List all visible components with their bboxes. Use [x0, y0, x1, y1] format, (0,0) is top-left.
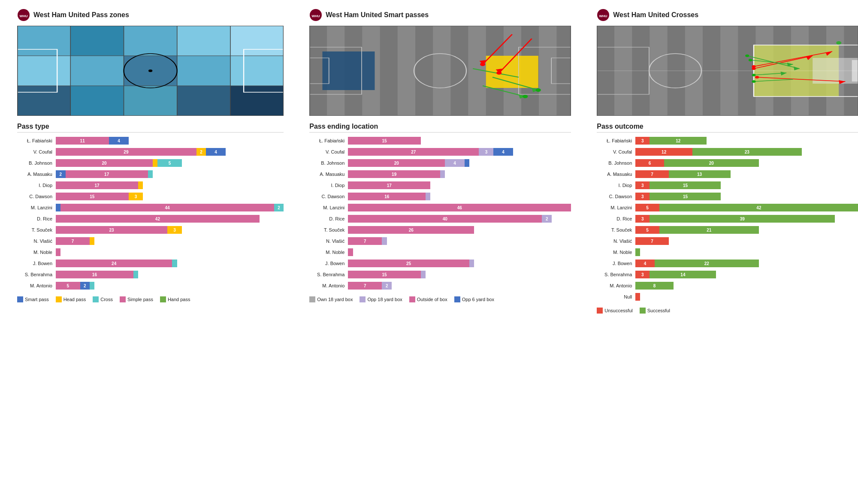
bars-container: 542	[635, 204, 858, 211]
bars-container: 217	[56, 170, 284, 178]
legend-pass-outcome: Unsuccessful Successful	[597, 308, 858, 314]
legend-successful: Successful	[640, 308, 670, 314]
chart-row: M. Lanzini442	[17, 203, 284, 212]
bars-container	[635, 293, 858, 301]
bars-container: 15	[348, 271, 571, 278]
row-label: C. Dawson	[309, 194, 348, 199]
row-label: M. Lanzini	[597, 205, 635, 210]
bar-segment	[421, 271, 426, 278]
bar-segment: 12	[650, 137, 707, 145]
section-title-pass-outcome: Pass outcome	[597, 123, 858, 133]
row-label: Ł. Fabiański	[597, 138, 635, 143]
legend-color-head	[56, 296, 62, 302]
bar-segment: 3	[635, 181, 650, 189]
chart-row: M. Lanzini542	[597, 203, 858, 212]
bar-segment: 24	[56, 260, 172, 267]
chart-row: S. Benrahma16	[17, 270, 284, 279]
legend-simple-pass: Simple pass	[120, 296, 153, 302]
row-label: M. Lanzini	[17, 205, 56, 210]
bar-segment: 46	[348, 204, 571, 211]
row-label: M. Lanzini	[309, 205, 348, 210]
bar-segment	[56, 248, 60, 256]
bars-container: 19	[348, 170, 571, 178]
svg-rect-14	[124, 86, 177, 116]
bar-segment: 6	[635, 159, 664, 167]
bars-container: 17	[348, 181, 571, 189]
svg-rect-12	[17, 86, 70, 116]
bar-segment: 5	[635, 204, 659, 211]
panel-1-title: West Ham United Pass zones	[33, 11, 129, 19]
bar-segment: 3	[635, 215, 650, 223]
legend-color-unsuccessful	[597, 308, 603, 314]
bar-segment: 7	[348, 282, 382, 290]
legend-outside-box: Outside of box	[409, 296, 447, 302]
svg-point-62	[496, 71, 502, 75]
bar-segment: 3	[635, 137, 650, 145]
bar-segment: 19	[348, 170, 440, 178]
svg-text:WHU: WHU	[312, 14, 320, 18]
chart-row: M. Antonio72	[309, 281, 571, 290]
chart-row: Ł. Fabiański114	[17, 136, 284, 145]
row-label: C. Dawson	[17, 194, 56, 199]
bar-segment	[635, 248, 640, 256]
bars-container: 204	[348, 159, 571, 167]
chart-pass-ending: Ł. Fabiański15V. Coufal2734B. Johnson204…	[309, 136, 571, 292]
chart-row: J. Bowen24	[17, 259, 284, 268]
row-label: B. Johnson	[309, 160, 348, 166]
bar-segment: 3	[635, 271, 650, 278]
bar-segment	[382, 237, 387, 245]
svg-rect-15	[177, 86, 230, 116]
row-label: D. Rice	[597, 216, 635, 221]
bar-segment: 13	[669, 170, 731, 178]
row-label: M. Antonio	[597, 283, 635, 288]
bars-container: 314	[635, 271, 858, 278]
row-label: Ł. Fabiański	[309, 138, 348, 143]
bars-container: 402	[348, 215, 571, 223]
bar-segment: 14	[650, 271, 716, 278]
chart-row: Ł. Fabiański312	[597, 136, 858, 145]
chart-row: M. Noble	[17, 247, 284, 257]
bar-segment: 5	[635, 226, 659, 234]
chart-row: N. Vlašić7	[17, 236, 284, 246]
legend-own-18: Own 18 yard box	[309, 296, 353, 302]
legend-color-opp18	[360, 296, 366, 302]
chart-row: I. Diop17	[309, 181, 571, 190]
bar-segment	[90, 282, 94, 290]
legend-color-own18	[309, 296, 315, 302]
bar-segment	[172, 260, 177, 267]
chart-row: I. Diop315	[597, 181, 858, 190]
svg-rect-8	[70, 56, 124, 86]
row-label: A. Masuaku	[309, 172, 348, 177]
section-title-pass-type: Pass type	[17, 123, 284, 133]
legend-color-opp6	[454, 296, 460, 302]
row-label: I. Diop	[309, 183, 348, 188]
bar-segment	[90, 237, 94, 245]
bar-segment	[348, 248, 353, 256]
bars-container	[348, 248, 571, 256]
row-label: J. Bowen	[309, 261, 348, 266]
bars-container: 713	[635, 170, 858, 178]
row-label: B. Johnson	[597, 160, 635, 166]
bar-segment: 3	[167, 226, 182, 234]
bar-segment: 7	[635, 237, 668, 245]
legend-hand-pass: Hand pass	[160, 296, 190, 302]
row-label: S. Benrahma	[309, 272, 348, 277]
row-label: Null	[597, 294, 635, 299]
chart-row: C. Dawson16	[309, 192, 571, 201]
bar-segment: 3	[129, 193, 143, 200]
bar-segment: 2	[382, 282, 392, 290]
main-container: WHU West Ham United Pass zones	[0, 0, 858, 322]
row-label: I. Diop	[597, 183, 635, 188]
bars-container: 153	[56, 193, 284, 200]
legend-color-outside	[409, 296, 415, 302]
legend-label-head: Head pass	[63, 297, 86, 302]
bar-segment	[635, 293, 640, 301]
legend-opp-6: Opp 6 yard box	[454, 296, 494, 302]
chart-row: J. Bowen25	[309, 259, 571, 268]
panel-2-title: West Ham United Smart passes	[326, 11, 429, 19]
bar-segment: 39	[650, 215, 834, 223]
row-label: T. Souček	[597, 227, 635, 232]
legend-color-cross	[93, 296, 99, 302]
row-label: J. Bowen	[17, 261, 56, 266]
legend-opp-18: Opp 18 yard box	[360, 296, 402, 302]
